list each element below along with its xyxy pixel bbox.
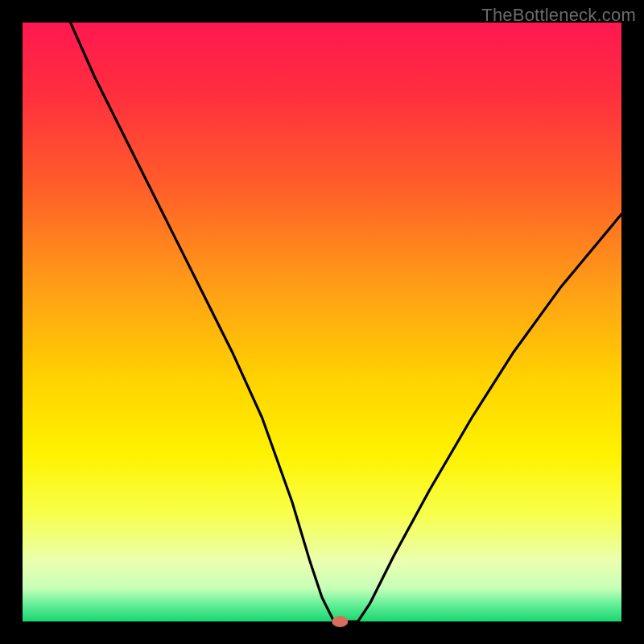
bottleneck-chart xyxy=(0,0,644,644)
bottleneck-marker xyxy=(332,616,348,627)
watermark-text: TheBottleneck.com xyxy=(481,5,636,26)
chart-frame: TheBottleneck.com xyxy=(0,0,644,644)
